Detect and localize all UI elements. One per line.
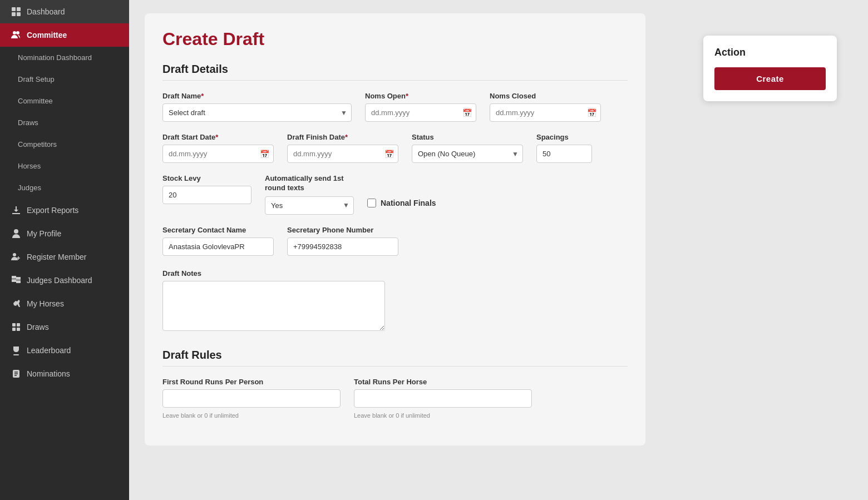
sidebar-item-register-member[interactable]: Register Member	[0, 245, 129, 269]
sidebar-label-draws: Draws	[18, 118, 38, 127]
total-runs-input[interactable]	[354, 389, 532, 408]
sidebar-item-my-profile[interactable]: My Profile	[0, 222, 129, 245]
sidebar-item-draws[interactable]: Draws	[0, 112, 129, 133]
auto-send-label: Automatically send 1st round texts	[265, 174, 354, 193]
stock-levy-group: Stock Levy	[162, 174, 251, 204]
sidebar-label-judges-dashboard: Judges Dashboard	[27, 276, 92, 285]
noms-open-group: Noms Open* 📅	[365, 92, 476, 122]
draft-rules-section: Draft Rules First Round Runs Per Person …	[162, 349, 628, 419]
draft-finish-group: Draft Finish Date* 📅	[287, 133, 398, 163]
sidebar-item-leaderboard[interactable]: Leaderboard	[0, 339, 129, 362]
draft-finish-wrap: 📅	[287, 145, 398, 163]
form-row-1: Draft Name* Select draft ▼ Noms Open*	[162, 92, 628, 122]
create-button[interactable]: Create	[714, 67, 826, 90]
sidebar-item-export-reports[interactable]: Export Reports	[0, 199, 129, 222]
sidebar-item-horses[interactable]: Horses	[0, 155, 129, 177]
download-icon	[11, 205, 21, 215]
stock-levy-input[interactable]	[162, 186, 251, 204]
svg-rect-8	[12, 276, 16, 279]
status-group: Status Open (No Queue) Open (Queue) Clos…	[412, 133, 523, 163]
svg-point-5	[16, 31, 19, 34]
noms-closed-input[interactable]	[490, 103, 601, 122]
first-round-runs-input[interactable]	[162, 389, 341, 408]
status-label: Status	[412, 133, 523, 141]
sidebar-label-judges: Judges	[18, 184, 41, 192]
svg-rect-1	[17, 7, 21, 11]
total-runs-label: Total Runs Per Horse	[354, 378, 532, 386]
nom-icon	[11, 369, 21, 379]
page-title: Create Draft	[162, 29, 628, 49]
national-finals-group: National Finals	[367, 174, 436, 207]
flag-icon	[11, 275, 21, 285]
svg-rect-11	[16, 280, 21, 283]
draft-start-input[interactable]	[162, 145, 274, 163]
required-mark: *	[201, 92, 204, 100]
status-select[interactable]: Open (No Queue) Open (Queue) Closed Draf…	[412, 145, 523, 163]
national-finals-checkbox[interactable]	[367, 199, 376, 207]
sidebar-item-draft-setup[interactable]: Draft Setup	[0, 68, 129, 90]
sidebar-item-competitors[interactable]: Competitors	[0, 133, 129, 155]
draft-name-select[interactable]: Select draft	[162, 103, 352, 122]
svg-rect-13	[17, 323, 20, 326]
svg-point-4	[13, 31, 16, 34]
first-round-hint: Leave blank or 0 if unlimited	[162, 412, 341, 419]
draft-details-heading: Draft Details	[162, 63, 628, 81]
sidebar-label-export-reports: Export Reports	[27, 206, 78, 215]
sidebar-item-nomination-dashboard[interactable]: Nomination Dashboard	[0, 47, 129, 68]
sidebar-label-leaderboard: Leaderboard	[27, 346, 71, 355]
action-panel-title: Action	[714, 47, 826, 58]
auto-send-select[interactable]: Yes No	[265, 196, 354, 215]
draft-start-group: Draft Start Date* 📅	[162, 133, 274, 163]
users-icon	[11, 30, 21, 40]
sidebar-label-my-horses: My Horses	[27, 299, 64, 308]
draft-name-select-wrap: Select draft ▼	[162, 103, 352, 122]
draft-finish-input[interactable]	[287, 145, 398, 163]
draft-notes-label: Draft Notes	[162, 269, 385, 278]
form-row-3: Stock Levy Automatically send 1st round …	[162, 174, 628, 215]
form-row-4: Secretary Contact Name Secretary Phone N…	[162, 226, 628, 331]
noms-open-input[interactable]	[365, 103, 476, 122]
sidebar-item-committee-sub[interactable]: Committee	[0, 90, 129, 112]
draft-rules-heading: Draft Rules	[162, 349, 628, 367]
sidebar-item-draws-main[interactable]: Draws	[0, 315, 129, 339]
draft-rules-row: First Round Runs Per Person Leave blank …	[162, 378, 628, 419]
national-finals-label[interactable]: National Finals	[381, 199, 436, 207]
sidebar-item-judges[interactable]: Judges	[0, 177, 129, 199]
sidebar-label-committee-sub: Committee	[18, 97, 53, 105]
noms-open-label: Noms Open*	[365, 92, 476, 100]
svg-rect-3	[17, 12, 21, 16]
sidebar-label-draft-setup: Draft Setup	[18, 75, 55, 83]
sidebar-item-nominations[interactable]: Nominations	[0, 362, 129, 385]
svg-point-7	[13, 253, 16, 256]
secretary-contact-input[interactable]	[162, 237, 274, 256]
auto-send-group: Automatically send 1st round texts Yes N…	[265, 174, 354, 215]
sidebar-label-draws-main: Draws	[27, 323, 49, 331]
sidebar-item-dashboard[interactable]: Dashboard	[0, 0, 129, 23]
svg-point-6	[14, 229, 18, 234]
national-finals-row: National Finals	[367, 199, 436, 207]
noms-closed-wrap: 📅	[490, 103, 601, 122]
draft-start-label: Draft Start Date*	[162, 133, 274, 141]
svg-rect-10	[12, 279, 16, 282]
sidebar-item-committee[interactable]: Committee	[0, 23, 129, 47]
secretary-phone-group: Secretary Phone Number	[287, 226, 398, 256]
draft-start-wrap: 📅	[162, 145, 274, 163]
action-panel: Action Create	[703, 36, 837, 101]
total-runs-group: Total Runs Per Horse Leave blank or 0 if…	[354, 378, 532, 419]
secretary-phone-input[interactable]	[287, 237, 398, 256]
sidebar-item-my-horses[interactable]: My Horses	[0, 292, 129, 315]
svg-rect-0	[12, 7, 16, 11]
spacings-group: Spacings	[536, 133, 592, 163]
spacings-input[interactable]	[536, 145, 592, 163]
draft-name-label: Draft Name*	[162, 92, 352, 100]
horse-icon	[11, 299, 21, 309]
persons-icon	[11, 252, 21, 262]
secretary-contact-label: Secretary Contact Name	[162, 226, 274, 234]
person-icon	[11, 229, 21, 239]
draft-notes-textarea[interactable]	[162, 281, 385, 331]
svg-rect-9	[16, 277, 21, 280]
draft-name-group: Draft Name* Select draft ▼	[162, 92, 352, 122]
svg-rect-2	[12, 12, 16, 16]
page-card: Create Draft Draft Details Draft Name* S…	[145, 13, 645, 445]
sidebar-item-judges-dashboard[interactable]: Judges Dashboard	[0, 269, 129, 292]
